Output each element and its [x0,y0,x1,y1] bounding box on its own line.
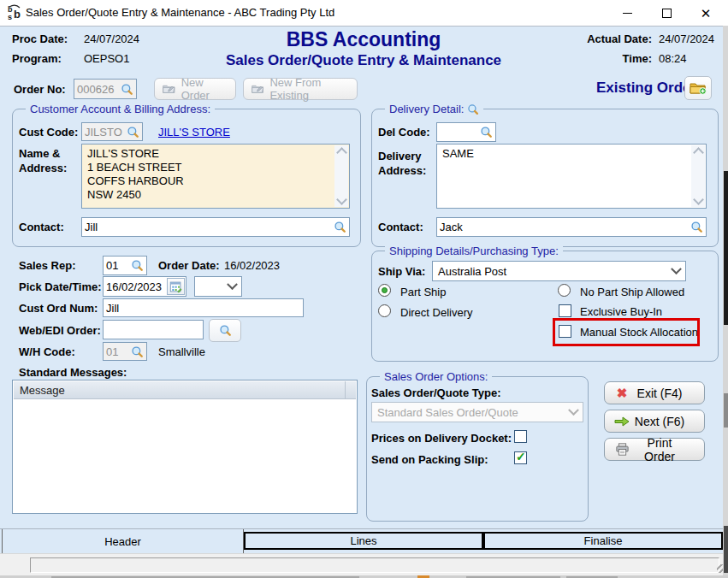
name-address-textarea[interactable]: JILL'S STORE 1 BEACH STREET COFFS HARBOU… [81,144,350,209]
del-code-label: Del Code: [378,126,430,139]
maximize-button[interactable] [647,0,686,26]
exit-button[interactable]: ✖ Exit (F4) [604,381,705,404]
wh-code-search-icon[interactable] [131,345,144,358]
tab-bar: Header Lines Finalise [0,528,723,553]
shipping-group-title: Shipping Details/Purchasing Type: [385,245,563,257]
customer-contact-search-icon[interactable] [334,221,346,233]
delivery-group-title-text: Delivery Detail: [389,103,464,115]
prices-docket-label: Prices on Delivery Docket: [371,432,512,445]
cust-ord-num-label: Cust Ord Num: [19,302,98,315]
app-title: BBS Accounting [197,28,530,51]
part-ship-radio[interactable] [378,284,391,297]
wh-code-field[interactable]: 01 [103,342,147,361]
tab-finalise[interactable]: Finalise [483,532,723,550]
print-order-button[interactable]: Print Order [604,438,705,461]
status-message-panel [30,557,719,573]
scroll-down-icon[interactable] [336,194,347,205]
exclusive-buyin-checkbox[interactable] [559,304,571,317]
customer-contact-field[interactable]: Jill [81,217,350,237]
chevron-down-icon [227,279,238,290]
delivery-address-label: Delivery Address: [378,149,431,178]
tab-header[interactable]: Header [2,529,244,554]
next-arrow-icon [613,416,630,427]
delivery-address-textarea[interactable]: SAME [436,144,707,209]
pick-date-value: 16/02/2023 [106,280,162,293]
customer-group-title: Customer Account & Billing Address: [26,103,215,115]
new-from-existing-button[interactable]: New From Existing [243,78,358,100]
name-address-scrollbar[interactable] [334,145,348,207]
exclusive-buyin-label: Exclusive Buy-In [580,305,662,318]
order-date-value: 16/02/2023 [224,259,280,272]
pick-date-field[interactable]: 16/02/2023 [103,276,186,297]
minimize-button[interactable] [607,0,647,26]
ship-via-label: Ship Via: [378,265,425,278]
new-from-existing-icon [252,83,263,95]
window-title: Sales Order/Quote Entry & Maintenance - … [26,6,334,19]
next-button-label: Next (F6) [630,415,695,428]
cust-code-label: Cust Code: [19,126,78,139]
ship-via-select[interactable]: Australia Post [432,261,686,281]
cust-code-field[interactable]: JILSTO [81,122,143,141]
order-date-label: Order Date: [158,259,220,272]
tab-lines-label: Lines [350,534,376,547]
new-order-icon [163,83,175,95]
customer-name-link[interactable]: JILL'S STORE [158,126,230,139]
sales-order-options-title: Sales Order Options: [380,370,492,383]
web-edi-search-button[interactable] [209,319,241,342]
existing-order-button[interactable] [684,76,712,100]
no-part-ship-radio[interactable] [558,284,571,297]
name-address-value: JILL'S STORE 1 BEACH STREET COFFS HARBOU… [87,147,330,202]
calendar-button[interactable] [167,278,185,295]
tab-lines[interactable]: Lines [244,532,483,550]
cust-code-value: JILSTO [85,126,122,139]
del-code-search-icon[interactable] [480,126,493,139]
delivery-contact-search-icon[interactable] [690,221,703,233]
delivery-contact-value: Jack [440,221,463,233]
scroll-up-icon[interactable] [693,147,704,158]
svg-text:s: s [8,13,12,21]
order-no-field[interactable]: 000626 [74,79,137,99]
order-no-search-icon[interactable] [121,83,133,96]
maximize-icon [662,9,672,18]
printer-icon [613,443,630,456]
svg-text:b: b [14,8,21,21]
next-button[interactable]: Next (F6) [604,410,705,433]
scroll-down-icon[interactable] [693,194,704,205]
tab-header-label: Header [104,535,141,548]
prices-docket-checkbox[interactable] [514,430,527,443]
web-edi-field[interactable] [103,320,204,339]
cust-ord-num-field[interactable]: Jill [103,298,304,317]
delivery-search-icon[interactable] [467,103,479,115]
new-order-button[interactable]: New Order [154,78,236,100]
tab-finalise-label: Finalise [584,534,623,547]
del-code-field[interactable] [436,122,496,142]
close-button[interactable]: ✕ [686,0,725,26]
open-folder-add-icon [690,81,707,95]
messages-list[interactable]: Message [12,380,358,514]
pick-time-select[interactable] [194,276,242,297]
web-edi-label: Web/EDI Order: [19,324,101,337]
background-block [724,526,728,573]
quote-type-select[interactable]: Standard Sales Order/Quote [371,402,583,422]
cust-ord-num-value: Jill [106,302,119,315]
close-icon: ✕ [701,7,712,20]
packing-slip-checkbox[interactable] [514,451,527,464]
screen: b s b Sales Order/Quote Entry & Maintena… [0,0,728,578]
title-bar: b s b Sales Order/Quote Entry & Maintena… [0,0,728,27]
name-address-label: Name & Address: [19,146,72,175]
order-no-label: Order No: [14,83,66,96]
delivery-contact-label: Contact: [378,221,423,233]
cust-code-search-icon[interactable] [127,126,139,139]
delivery-contact-field[interactable]: Jack [436,217,707,237]
scroll-up-icon[interactable] [336,147,347,158]
delivery-group-title: Delivery Detail: [385,103,483,115]
highlight-box [553,318,700,346]
sales-rep-search-icon[interactable] [131,259,144,272]
messages-column-header[interactable]: Message [14,381,356,399]
time-value: 08:24 [659,52,720,65]
delivery-address-scrollbar[interactable] [691,145,705,207]
background-block [724,171,728,325]
direct-delivery-radio[interactable] [378,304,391,317]
new-order-label: New Order [181,76,228,102]
sales-rep-field[interactable]: 01 [103,256,147,275]
